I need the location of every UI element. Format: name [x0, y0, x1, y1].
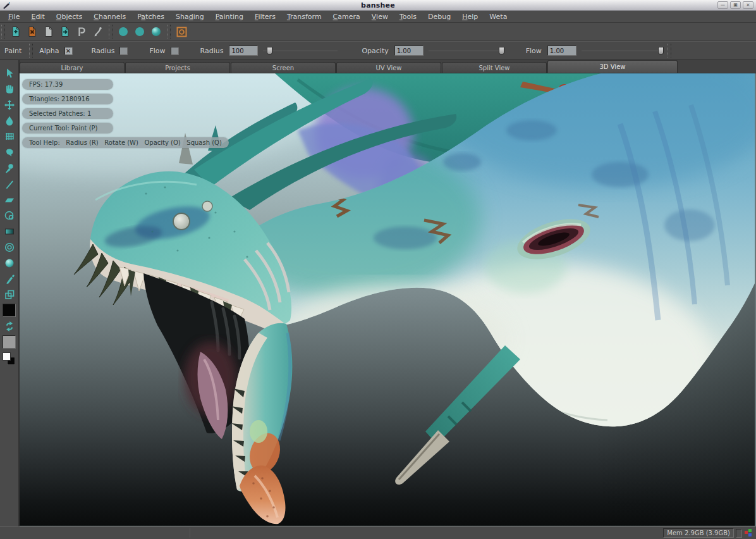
paint-properties-bar: Paint Alpha ✕ Radius Flow Radius Opacity… [0, 41, 756, 60]
viewport-hud: FPS: 17.39Triangles: 2180916Selected Pat… [22, 79, 229, 148]
slider-groove [582, 51, 662, 51]
sphere-paint-tool-icon[interactable] [2, 255, 17, 271]
view-tab-bar: LibraryProjectsScreenUV ViewSplit View3D… [20, 60, 756, 73]
radius-slider-handle[interactable] [267, 47, 272, 54]
status-mini-field [736, 529, 742, 538]
menu-debug[interactable]: Debug [422, 11, 456, 22]
window-title: banshee [0, 1, 756, 9]
copy-patch-tool-icon[interactable] [2, 287, 17, 302]
menu-weta[interactable]: Weta [484, 11, 513, 22]
menu-filters[interactable]: Filters [249, 11, 281, 22]
title-bar: banshee —▣✕ [0, 0, 756, 11]
smudge-tool-icon[interactable] [2, 144, 17, 160]
menu-painting[interactable]: Painting [210, 11, 249, 22]
tab-3d-view[interactable]: 3D View [547, 60, 678, 73]
menu-edit[interactable]: Edit [25, 11, 50, 22]
window-buttons: —▣✕ [717, 1, 753, 9]
swap-colors-icon[interactable] [2, 318, 17, 334]
rgb-channels-icon[interactable] [744, 529, 753, 537]
tab-uv-view[interactable]: UV View [336, 62, 441, 73]
menu-shading[interactable]: Shading [170, 11, 210, 22]
black-swatch[interactable] [3, 304, 16, 317]
menu-camera[interactable]: Camera [327, 11, 366, 22]
eraser-tool-icon[interactable] [2, 192, 17, 208]
menu-channels[interactable]: Channels [88, 11, 131, 22]
hud-pill: Triangles: 2180916 [22, 94, 113, 104]
menu-help[interactable]: Help [456, 11, 484, 22]
toolbar-group [171, 25, 192, 39]
flow-input[interactable] [547, 46, 576, 56]
menu-tools[interactable]: Tools [394, 11, 422, 22]
pivot-tool-icon[interactable] [75, 25, 88, 39]
flow-slider[interactable] [582, 46, 662, 55]
pan-tool-icon[interactable] [2, 81, 17, 97]
tab-library[interactable]: Library [20, 62, 125, 73]
slider-groove [429, 51, 503, 51]
save-project-icon[interactable] [58, 25, 72, 39]
pen-tool-icon[interactable] [2, 271, 17, 287]
separator [668, 44, 671, 58]
gray-swatch[interactable] [3, 335, 16, 349]
opacity-input[interactable] [394, 46, 424, 56]
new-project-icon[interactable] [9, 25, 23, 39]
opacity-label: Opacity [362, 47, 388, 55]
menu-objects[interactable]: Objects [51, 11, 88, 22]
alpha-checkbox[interactable]: ✕ [64, 47, 73, 55]
gradient-tool-icon[interactable] [2, 223, 17, 239]
status-bar: Mem 2.9GB (3.9GB) [0, 526, 756, 539]
hud-pill: Tool Help: Radius (R) Rotate (W) Opacity… [22, 137, 229, 148]
move-tool-icon[interactable] [2, 97, 17, 113]
flow-toggle-label: Flow [149, 47, 165, 55]
tool-sidebar [0, 60, 20, 526]
menu-bar: FileEditObjectsChannelsPatchesShadingPai… [0, 11, 756, 23]
statusbar-divider [190, 528, 190, 538]
brush-medium-icon[interactable] [133, 25, 147, 39]
radius-slider[interactable] [263, 46, 338, 55]
tab-projects[interactable]: Projects [125, 62, 230, 73]
select-tool-icon[interactable] [2, 65, 17, 81]
mesh-grid-tool-icon[interactable] [2, 128, 17, 144]
separator [29, 44, 33, 58]
open-project-icon[interactable] [42, 25, 56, 39]
radius-toggle-label: Radius [92, 47, 115, 55]
blur-rings-tool-icon[interactable] [2, 239, 17, 255]
pin-tool-icon[interactable] [2, 160, 17, 176]
lighting-icon[interactable] [174, 25, 188, 39]
flow-label: Flow [526, 47, 542, 55]
hud-pill: Selected Patches: 1 [22, 108, 113, 119]
menu-file[interactable]: File [3, 11, 25, 22]
foreground-background-swatch[interactable] [2, 352, 17, 367]
close-project-icon[interactable] [25, 25, 39, 39]
menu-transform[interactable]: Transform [281, 11, 327, 22]
blur-drop-tool-icon[interactable] [2, 113, 17, 128]
radius-input[interactable] [229, 46, 258, 56]
hud-pill: FPS: 17.39 [22, 79, 113, 90]
viewport-3d[interactable]: FPS: 17.39Triangles: 2180916Selected Pat… [20, 73, 756, 526]
paint-tool-label: Paint [4, 47, 21, 55]
hud-pill: Current Tool: Paint (P) [22, 123, 113, 133]
alpha-label: Alpha [39, 47, 59, 55]
radius-label: Radius [200, 47, 224, 55]
close-button[interactable]: ✕ [743, 1, 753, 9]
maximize-button[interactable]: ▣ [730, 1, 741, 9]
tab-split-view[interactable]: Split View [442, 62, 547, 73]
foreground-color[interactable] [3, 352, 11, 361]
minimize-button[interactable]: — [717, 1, 728, 9]
radius-toggle-checkbox[interactable] [119, 47, 128, 55]
opacity-slider-handle[interactable] [499, 47, 504, 54]
brush-small-icon[interactable] [116, 25, 130, 39]
opacity-slider[interactable] [429, 46, 503, 55]
pencil-tool-icon[interactable] [2, 176, 17, 192]
menu-patches[interactable]: Patches [131, 11, 170, 22]
brush-large-icon[interactable] [149, 25, 163, 39]
toolbar-group [5, 25, 109, 39]
flow-slider-handle[interactable] [658, 47, 664, 54]
path-tool-icon[interactable] [91, 25, 105, 39]
menu-view[interactable]: View [366, 11, 394, 22]
clone-stamp-tool-icon[interactable] [2, 208, 17, 223]
application-window: banshee —▣✕ FileEditObjectsChannelsPatch… [0, 0, 756, 539]
flow-toggle-checkbox[interactable] [171, 47, 179, 55]
tool-bar [0, 23, 756, 41]
slider-groove [263, 51, 338, 51]
tab-screen[interactable]: Screen [231, 62, 336, 73]
